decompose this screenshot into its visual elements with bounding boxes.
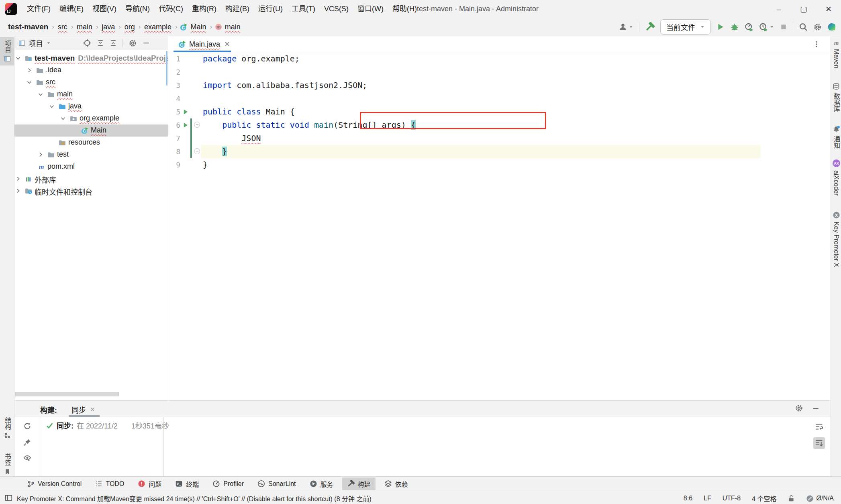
debug-button[interactable] (730, 22, 739, 31)
stripe-tab-项目[interactable]: 项目 (0, 37, 14, 65)
refresh-icon[interactable] (23, 422, 31, 430)
chevron-down-icon[interactable] (15, 55, 21, 61)
tool-window-button-问题[interactable]: !问题 (133, 477, 166, 490)
stripe-tab-aiXcoder[interactable]: AXaiXcoder (831, 159, 841, 196)
menu-c[interactable]: 代码(C) (154, 0, 188, 18)
close-icon[interactable]: ✕ (90, 406, 95, 413)
breadcrumb-item[interactable]: java (102, 23, 115, 31)
menu-h[interactable]: 帮助(H) (388, 0, 421, 18)
menu-n[interactable]: 导航(N) (121, 0, 154, 18)
build-tab-sync[interactable]: 同步 ✕ (71, 404, 95, 415)
code-line-9[interactable]: 9} (168, 158, 831, 171)
breadcrumb-item[interactable]: org (125, 23, 135, 31)
close-button[interactable]: ✕ (816, 0, 841, 18)
stripe-tab-通知[interactable]: 通知 (831, 125, 841, 149)
tool-window-button-Version-Control[interactable]: Version Control (22, 479, 86, 489)
code-line-3[interactable]: 3import com.alibaba.fastjson2.JSON; (168, 79, 831, 92)
expand-all-icon[interactable] (97, 39, 104, 47)
tool-window-button-SonarLint[interactable]: SonarLint (253, 478, 301, 489)
menu-vcss[interactable]: VCS(S) (320, 0, 353, 18)
tree-item-Main[interactable]: CMain (14, 124, 168, 137)
profiler-run-button[interactable] (745, 22, 753, 31)
tree-item-resources[interactable]: resources (14, 137, 168, 149)
code-line-7[interactable]: 7 JSON (168, 132, 831, 145)
horizontal-scrollbar[interactable] (15, 392, 119, 396)
menu-r[interactable]: 重构(R) (188, 0, 221, 18)
tree-item-外部库[interactable]: 外部库 (14, 173, 168, 185)
close-icon[interactable]: ✕ (224, 40, 230, 49)
tool-window-toggle-icon[interactable] (5, 494, 12, 502)
code-line-1[interactable]: 1package org.example; (168, 52, 831, 65)
chevron-down-icon[interactable] (38, 92, 43, 97)
stripe-tab-书签[interactable]: 书签 (0, 450, 14, 478)
inspection-highlight-level[interactable]: Ø/N/A (806, 495, 834, 502)
scroll-to-end-icon[interactable] (813, 437, 825, 449)
lock-open-icon[interactable] (788, 495, 795, 502)
soft-wrap-icon[interactable] (813, 421, 825, 433)
settings-button[interactable] (813, 23, 822, 31)
tool-window-button-服务[interactable]: 服务 (305, 477, 338, 490)
coverage-run-button[interactable] (759, 22, 774, 31)
indent-setting[interactable]: 4 个空格 (752, 494, 776, 503)
build-status-row[interactable]: 同步: 在 2022/11/2 1秒351毫秒 (46, 420, 169, 431)
profile-menu[interactable] (619, 23, 633, 31)
code-line-8[interactable]: 8− } (168, 145, 831, 158)
breadcrumb-item[interactable]: main (225, 23, 241, 31)
tree-item-src[interactable]: src (14, 76, 168, 88)
chevron-down-icon[interactable] (49, 104, 55, 109)
stripe-tab-数据库[interactable]: 数据库 (831, 83, 841, 112)
tree-item-test-maven[interactable]: test-mavenD:\IdeaProjects\IdeaProje (14, 52, 168, 64)
tool-window-button-构建[interactable]: 构建 (342, 477, 376, 490)
vertical-scrollbar-thumb[interactable] (166, 51, 167, 86)
gear-icon[interactable] (129, 39, 137, 47)
project-view-select[interactable]: 项目 (18, 38, 51, 48)
tree-item-main[interactable]: main (14, 88, 168, 100)
breadcrumb-item[interactable]: example (144, 23, 171, 31)
tree-item-java[interactable]: java (14, 100, 168, 112)
menu-f[interactable]: 文件(F) (22, 0, 55, 18)
plugin-sphere-button[interactable] (827, 22, 836, 31)
stop-button[interactable] (780, 23, 787, 31)
locate-file-icon[interactable] (83, 39, 91, 47)
breadcrumb-item[interactable]: Main (190, 23, 206, 31)
tool-window-button-TODO[interactable]: TODO (90, 479, 129, 489)
breadcrumb-item[interactable]: src (58, 23, 67, 31)
tree-item-test[interactable]: test (14, 149, 168, 161)
menu-e[interactable]: 编辑(E) (55, 0, 88, 18)
caret-position[interactable]: 8:6 (684, 495, 692, 502)
tool-window-button-终端[interactable]: 终端 (170, 477, 204, 490)
stripe-tab-Maven[interactable]: mMaven (831, 39, 841, 68)
search-everywhere-button[interactable] (799, 22, 808, 31)
file-encoding[interactable]: UTF-8 (723, 495, 741, 502)
run-gutter-icon[interactable] (183, 122, 189, 128)
tree-item-.idea[interactable]: .idea (14, 64, 168, 76)
menu-u[interactable]: 运行(U) (254, 0, 287, 18)
chevron-right-icon[interactable] (15, 188, 21, 194)
collapse-all-icon[interactable] (110, 39, 117, 47)
tool-window-button-Profiler[interactable]: Profiler (208, 478, 249, 489)
editor-options-kebab-icon[interactable] (813, 40, 820, 49)
run-gutter-icon[interactable] (183, 109, 189, 115)
tree-item-org.example[interactable]: org.example (14, 112, 168, 124)
hide-panel-icon[interactable] (143, 39, 150, 47)
code-line-4[interactable]: 4 (168, 92, 831, 105)
menu-w[interactable]: 窗口(W) (353, 0, 388, 18)
chevron-right-icon[interactable] (15, 176, 21, 182)
chevron-right-icon[interactable] (27, 67, 32, 73)
fold-marker-icon[interactable]: − (194, 148, 200, 154)
menu-v[interactable]: 视图(V) (88, 0, 121, 18)
minimize-button[interactable]: – (766, 0, 791, 18)
build-hammer-button[interactable] (645, 22, 655, 32)
breadcrumb-item[interactable]: main (77, 23, 92, 31)
tree-item-pom.xml[interactable]: mpom.xml (14, 161, 168, 173)
stripe-tab-Key-Promoter-X[interactable]: XKey Promoter X (831, 211, 841, 267)
code-editor[interactable]: 1package org.example;23import com.alibab… (168, 52, 831, 400)
chevron-right-icon[interactable] (38, 152, 43, 157)
maximize-button[interactable]: ▢ (791, 0, 816, 18)
line-ending[interactable]: LF (704, 495, 711, 502)
fold-marker-icon[interactable]: − (194, 122, 200, 128)
run-configuration-select[interactable]: 当前文件 (660, 19, 711, 35)
breadcrumb-item[interactable]: test-maven (8, 22, 48, 31)
code-line-2[interactable]: 2 (168, 65, 831, 79)
view-options-eye-icon[interactable] (23, 454, 32, 462)
